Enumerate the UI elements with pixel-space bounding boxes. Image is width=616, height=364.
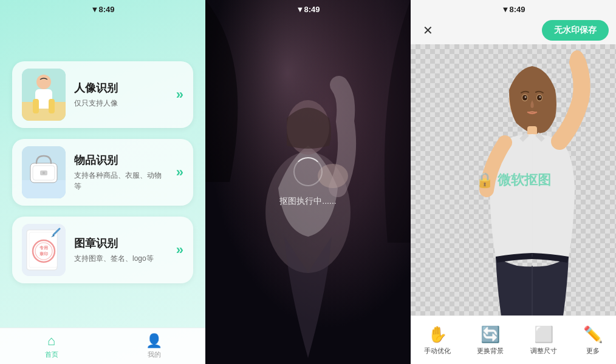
svg-rect-5 [49, 99, 55, 113]
nav-label-user: 我的 [148, 350, 161, 359]
watermark: 🔒 微软抠图 [476, 171, 551, 189]
watermark-text: 微软抠图 [498, 171, 551, 189]
card-image-bag [22, 146, 66, 198]
menu-card-person[interactable]: 人像识别 仅只支持人像 » [12, 61, 193, 128]
time-1: 8:49 [98, 5, 114, 14]
watermark-icon: 🔒 [476, 172, 494, 189]
status-bar-3: ▼ 8:49 [411, 0, 616, 16]
more-icon: ✏️ [583, 325, 603, 344]
card-image-person [22, 69, 66, 121]
card-title-person: 人像识别 [74, 81, 168, 95]
photo-background: 抠图执行中...... [205, 0, 411, 364]
tool-label-more: 更多 [586, 346, 600, 356]
canvas-area: 🔒 微软抠图 [411, 44, 616, 315]
svg-point-33 [539, 96, 541, 98]
card-arrow-bag: » [176, 164, 183, 180]
svg-text:专用: 专用 [39, 245, 48, 251]
svg-point-35 [570, 50, 584, 70]
bottom-nav: ⌂ 首页 👤 我的 [0, 328, 205, 364]
card-text-bag: 物品识别 支持各种商品、衣服、动物等 [74, 153, 168, 192]
card-arrow-person: » [176, 87, 183, 103]
nav-item-home[interactable]: ⌂ 首页 [0, 333, 103, 359]
panel-processing: ▼ 8:49 [205, 0, 411, 364]
tool-manual[interactable]: ✋ 手动优化 [424, 325, 451, 356]
time-3: 8:49 [509, 5, 525, 14]
signal-icon-1: ▼ [91, 5, 99, 14]
signal-icon-3: ▼ [502, 5, 510, 14]
manual-icon: ✋ [428, 325, 447, 344]
svg-rect-4 [33, 99, 39, 113]
tool-label-background: 更换背景 [477, 346, 504, 356]
time-2: 8:49 [304, 5, 320, 14]
menu-card-list: 人像识别 仅只支持人像 » [12, 16, 193, 364]
loading-text: 抠图执行中...... [279, 196, 336, 207]
resize-icon: ⬜ [534, 325, 553, 344]
card-image-stamp: 专用 章印 [22, 224, 66, 276]
user-icon: 👤 [146, 333, 162, 349]
tool-background[interactable]: 🔄 更换背景 [477, 325, 504, 356]
card-text-person: 人像识别 仅只支持人像 [74, 81, 168, 109]
card-sub-stamp: 支持图章、签名、logo等 [74, 253, 168, 264]
status-bar-2: ▼ 8:49 [205, 0, 411, 16]
card-arrow-stamp: » [176, 242, 183, 258]
nav-item-user[interactable]: 👤 我的 [103, 333, 205, 359]
background-icon: 🔄 [481, 325, 500, 344]
result-toolbar: ✕ 无水印保存 [411, 16, 616, 44]
signal-icon-2: ▼ [296, 5, 304, 14]
tool-label-resize: 调整尺寸 [530, 346, 557, 356]
bottom-tools: ✋ 手动优化 🔄 更换背景 ⬜ 调整尺寸 ✏️ 更多 [411, 315, 616, 364]
card-text-stamp: 图章识别 支持图章、签名、logo等 [74, 236, 168, 264]
close-button[interactable]: ✕ [418, 21, 437, 40]
tool-label-manual: 手动优化 [424, 346, 451, 356]
panel-menu: ▼ 8:49 人像识别 [0, 0, 205, 364]
menu-card-stamp[interactable]: 专用 章印 图章识别 支持图章、签名、logo等 » [12, 217, 193, 283]
svg-text:章印: 章印 [39, 251, 48, 256]
card-sub-person: 仅只支持人像 [74, 98, 168, 109]
loading-overlay: 抠图执行中...... [205, 0, 411, 364]
nav-label-home: 首页 [45, 350, 58, 359]
home-icon: ⌂ [47, 333, 55, 349]
svg-point-11 [43, 172, 45, 174]
tool-resize[interactable]: ⬜ 调整尺寸 [530, 325, 557, 356]
panel-result: ▼ 8:49 ✕ 无水印保存 [411, 0, 616, 364]
status-bar-1: ▼ 8:49 [12, 0, 193, 16]
loading-spinner [293, 157, 323, 186]
card-title-stamp: 图章识别 [74, 236, 168, 251]
card-title-bag: 物品识别 [74, 153, 168, 167]
svg-point-32 [525, 96, 527, 98]
save-button[interactable]: 无水印保存 [542, 20, 609, 41]
menu-card-bag[interactable]: 物品识别 支持各种商品、衣服、动物等 » [12, 139, 193, 206]
tool-more[interactable]: ✏️ 更多 [583, 325, 603, 356]
card-sub-bag: 支持各种商品、衣服、动物等 [74, 170, 168, 192]
